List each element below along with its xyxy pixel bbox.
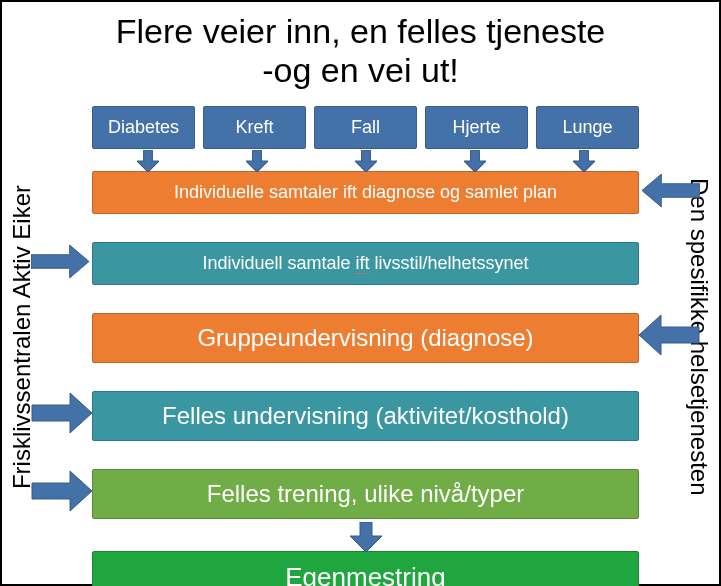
bar1-text-pre: Individuelle samtaler	[174, 182, 343, 202]
diagram-title: Flere veier inn, en felles tjeneste -og …	[2, 2, 719, 96]
bar5-text: Felles trening, ulike nivå/typer	[207, 480, 524, 507]
bar-self-mastery: Egenmestring	[92, 551, 639, 586]
arrow-down-icon	[137, 150, 159, 177]
arrow-down-icon	[573, 150, 595, 177]
arrow-down-icon	[464, 150, 486, 177]
arrow-down-icon	[246, 150, 268, 177]
bar-individual-lifestyle: Individuell samtale ift livsstil/helhets…	[92, 242, 639, 285]
bar2-text-pre: Individuell samtale	[202, 253, 355, 273]
arrow-left-icon	[642, 173, 700, 212]
arrows-entry-down	[93, 150, 638, 177]
title-line-1: Flere veier inn, en felles tjeneste	[116, 12, 605, 50]
entry-row: Diabetes Kreft Fall Hjerte Lunge	[92, 106, 639, 149]
arrow-right-icon	[31, 393, 93, 439]
bar-shared-training: Felles trening, ulike nivå/typer	[92, 469, 639, 519]
arrow-down-icon	[350, 522, 382, 559]
bar1-text-ift: ift	[343, 182, 357, 203]
bar6-text: Egenmestring	[285, 562, 445, 586]
arrow-left-icon	[638, 315, 700, 361]
arrow-down-icon	[355, 150, 377, 177]
diagram-frame: Flere veier inn, en felles tjeneste -og …	[0, 0, 721, 586]
arrow-right-icon	[31, 244, 89, 283]
bar-shared-education: Felles undervisning (aktivitet/kosthold)	[92, 391, 639, 441]
bar4-text: Felles undervisning (aktivitet/kosthold)	[162, 402, 569, 429]
title-line-2: -og en vei ut!	[262, 51, 459, 89]
entry-lunge: Lunge	[536, 106, 639, 149]
arrow-right-icon	[31, 471, 93, 517]
bar2-text-post: livsstil/helhetssynet	[370, 253, 529, 273]
entry-fall: Fall	[314, 106, 417, 149]
bar3-text: Gruppeundervisning (diagnose)	[197, 324, 533, 351]
bar1-text-post: diagnose og samlet plan	[357, 182, 557, 202]
entry-diabetes: Diabetes	[92, 106, 195, 149]
side-left-text: Frisklivssentralen Aktiv Eiker	[8, 185, 36, 489]
entry-kreft: Kreft	[203, 106, 306, 149]
main-flow: Diabetes Kreft Fall Hjerte Lunge Individ…	[92, 106, 639, 572]
bar-group-education: Gruppeundervisning (diagnose)	[92, 313, 639, 363]
entry-hjerte: Hjerte	[425, 106, 528, 149]
bar-individual-diagnosis: Individuelle samtaler ift diagnose og sa…	[92, 171, 639, 214]
bar2-text-ift: ift	[356, 253, 370, 274]
